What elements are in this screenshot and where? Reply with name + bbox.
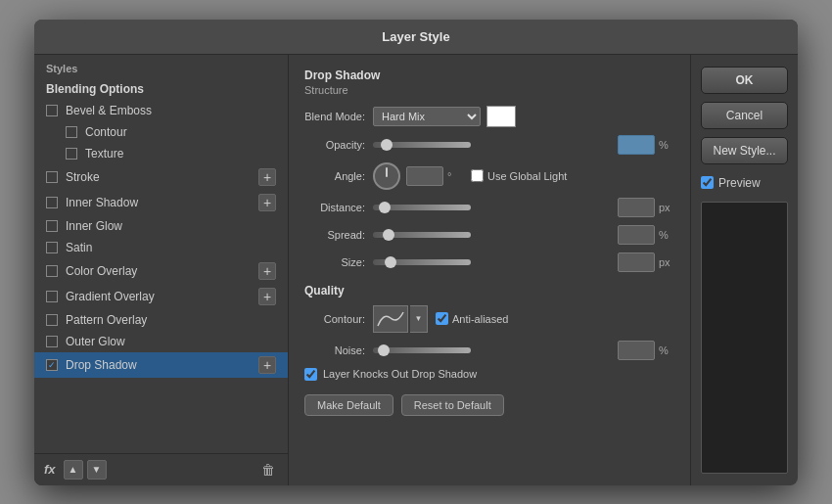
left-panel: Styles Blending Options Bevel & Emboss C…: [34, 55, 289, 485]
move-up-button[interactable]: ▲: [64, 460, 83, 480]
inner-shadow-label: Inner Shadow: [66, 196, 258, 209]
color-swatch[interactable]: [486, 106, 516, 127]
angle-row: Angle: 90 ° Use Global Light: [304, 162, 674, 190]
reset-default-button[interactable]: Reset to Default: [401, 394, 504, 416]
noise-input[interactable]: 10: [618, 341, 655, 360]
angle-input[interactable]: 90: [406, 166, 443, 186]
move-down-button[interactable]: ▼: [87, 460, 107, 480]
outer-glow-item[interactable]: Outer Glow: [34, 331, 288, 352]
noise-slider-track[interactable]: [373, 347, 471, 353]
bevel-emboss-item[interactable]: Bevel & Emboss: [34, 100, 288, 121]
size-slider-track[interactable]: [373, 259, 471, 265]
ok-button[interactable]: OK: [701, 67, 788, 94]
contour-preview[interactable]: [373, 305, 408, 333]
outer-glow-label: Outer Glow: [66, 335, 276, 348]
spread-input[interactable]: 7: [618, 225, 655, 245]
blend-mode-label: Blend Mode:: [304, 111, 373, 122]
inner-glow-label: Inner Glow: [66, 219, 276, 233]
inner-shadow-checkbox[interactable]: [46, 197, 58, 208]
stroke-item[interactable]: Stroke +: [34, 164, 288, 190]
noise-slider-thumb[interactable]: [378, 344, 390, 356]
contour-label: Contour: [85, 125, 276, 139]
styles-list: Blending Options Bevel & Emboss Contour …: [34, 78, 288, 453]
contour-checkbox[interactable]: [66, 126, 77, 138]
texture-item[interactable]: Texture: [34, 143, 288, 164]
size-input[interactable]: 8: [618, 252, 655, 272]
drop-shadow-plus-button[interactable]: +: [258, 356, 276, 374]
size-label: Size:: [304, 256, 373, 268]
stroke-plus-button[interactable]: +: [258, 168, 276, 186]
distance-slider-thumb[interactable]: [379, 202, 391, 213]
anti-aliased-checkbox[interactable]: [436, 312, 448, 325]
satin-item[interactable]: Satin: [34, 237, 288, 258]
quality-section-title: Quality: [304, 284, 674, 298]
bevel-emboss-checkbox[interactable]: [46, 105, 58, 116]
blend-mode-select[interactable]: Hard Mix Normal Multiply Screen Overlay: [373, 107, 481, 126]
spread-slider-track[interactable]: [373, 232, 471, 238]
preview-label[interactable]: Preview: [701, 176, 788, 190]
pattern-overlay-label: Pattern Overlay: [66, 313, 276, 327]
opacity-slider-thumb[interactable]: [381, 139, 393, 151]
right-panel: OK Cancel New Style... Preview: [690, 55, 798, 485]
texture-checkbox[interactable]: [66, 148, 77, 160]
size-unit: px: [659, 256, 674, 268]
satin-checkbox[interactable]: [46, 242, 58, 253]
bevel-emboss-label: Bevel & Emboss: [66, 104, 276, 117]
distance-input[interactable]: 3: [618, 198, 655, 217]
make-default-button[interactable]: Make Default: [304, 394, 393, 416]
gradient-overlay-item[interactable]: Gradient Overlay +: [34, 284, 288, 309]
gradient-overlay-plus-button[interactable]: +: [258, 288, 276, 305]
angle-dial[interactable]: [373, 162, 400, 190]
pattern-overlay-checkbox[interactable]: [46, 314, 58, 326]
layer-knocks-out-checkbox[interactable]: [304, 368, 317, 381]
cancel-button[interactable]: Cancel: [701, 102, 788, 129]
pattern-overlay-item[interactable]: Pattern Overlay: [34, 309, 288, 331]
delete-button[interactable]: 🗑: [258, 460, 278, 480]
gradient-overlay-checkbox[interactable]: [46, 291, 58, 302]
opacity-label: Opacity:: [304, 139, 373, 151]
styles-header: Styles: [34, 55, 288, 78]
blending-options-item[interactable]: Blending Options: [34, 78, 288, 100]
drop-shadow-item[interactable]: Drop Shadow +: [34, 352, 288, 378]
outer-glow-checkbox[interactable]: [46, 336, 58, 347]
blend-mode-row: Blend Mode: Hard Mix Normal Multiply Scr…: [304, 106, 674, 127]
use-global-light-checkbox[interactable]: [471, 169, 484, 182]
distance-slider-track[interactable]: [373, 205, 471, 210]
opacity-unit: %: [659, 139, 674, 151]
layer-knocks-out-row: Layer Knocks Out Drop Shadow: [304, 368, 674, 381]
spread-slider-thumb[interactable]: [383, 229, 394, 241]
color-overlay-item[interactable]: Color Overlay +: [34, 258, 288, 284]
texture-label: Texture: [85, 147, 276, 160]
panel-subtitle: Structure: [304, 84, 674, 96]
dialog-body: Styles Blending Options Bevel & Emboss C…: [34, 55, 798, 485]
distance-unit: px: [659, 202, 674, 213]
size-slider-thumb[interactable]: [385, 256, 396, 268]
distance-slider-container: [373, 205, 618, 210]
color-overlay-plus-button[interactable]: +: [258, 262, 276, 280]
gradient-overlay-label: Gradient Overlay: [66, 290, 258, 303]
distance-row: Distance: 3 px: [304, 198, 674, 217]
fx-button[interactable]: fx: [44, 462, 56, 477]
contour-item[interactable]: Contour: [34, 121, 288, 143]
color-overlay-label: Color Overlay: [66, 264, 258, 278]
inner-shadow-plus-button[interactable]: +: [258, 194, 276, 211]
drop-shadow-checkbox[interactable]: [46, 359, 58, 371]
opacity-slider-track[interactable]: [373, 142, 471, 148]
anti-aliased-label[interactable]: Anti-aliased: [436, 312, 508, 325]
opacity-input[interactable]: 12: [618, 135, 655, 155]
preview-checkbox[interactable]: [701, 176, 714, 189]
opacity-row: Opacity: 12 %: [304, 135, 674, 155]
noise-slider-container: [373, 347, 618, 353]
inner-glow-item[interactable]: Inner Glow: [34, 215, 288, 237]
stroke-checkbox[interactable]: [46, 171, 58, 183]
new-style-button[interactable]: New Style...: [701, 137, 788, 164]
spread-row: Spread: 7 %: [304, 225, 674, 245]
color-overlay-checkbox[interactable]: [46, 265, 58, 277]
contour-row: Contour: ▼ Anti-aliased: [304, 305, 674, 333]
preview-box: [701, 202, 788, 474]
inner-shadow-item[interactable]: Inner Shadow +: [34, 190, 288, 215]
angle-label: Angle:: [304, 170, 373, 182]
contour-dropdown-button[interactable]: ▼: [410, 305, 428, 333]
inner-glow-checkbox[interactable]: [46, 220, 58, 232]
use-global-light-label[interactable]: Use Global Light: [471, 169, 567, 182]
